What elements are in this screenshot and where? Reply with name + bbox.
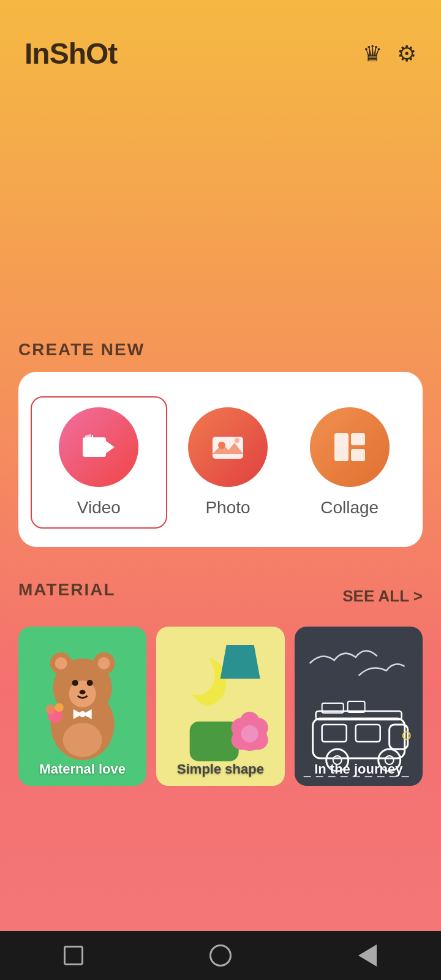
maternal-love-card[interactable]: Maternal love (18, 627, 146, 786)
photo-label: Photo (205, 498, 250, 518)
svg-rect-0 (83, 437, 106, 457)
collage-circle (310, 407, 390, 487)
in-the-journey-label: In the journey (295, 761, 423, 777)
header-icons: ♛ ⚙ (363, 41, 417, 67)
svg-point-25 (46, 704, 56, 714)
svg-rect-39 (322, 725, 346, 742)
create-video-item[interactable]: Video (31, 396, 167, 529)
nav-circle-icon (209, 944, 232, 967)
create-new-card: Video Photo Col (18, 372, 423, 547)
material-header: MATERIAL SEE ALL > (18, 580, 423, 612)
nav-bar (0, 931, 441, 980)
create-new-section: CREATE NEW Video (0, 340, 441, 562)
video-label: Video (77, 498, 121, 518)
video-icon (80, 429, 117, 466)
svg-point-27 (63, 723, 102, 757)
hero-area (0, 83, 441, 340)
see-all-button[interactable]: SEE ALL > (342, 587, 423, 606)
in-the-journey-card[interactable]: In the journey (295, 627, 423, 786)
nav-triangle-icon (358, 944, 377, 967)
video-circle (59, 407, 138, 487)
material-grid: Maternal love Simple shape (18, 627, 423, 786)
material-label: MATERIAL (18, 580, 116, 600)
svg-marker-28 (221, 645, 260, 679)
settings-icon[interactable]: ⚙ (397, 41, 417, 67)
svg-point-19 (87, 680, 93, 686)
simple-shape-card[interactable]: Simple shape (156, 627, 284, 786)
nav-back-button[interactable] (352, 940, 383, 971)
svg-rect-8 (334, 433, 349, 461)
photo-icon (209, 428, 247, 466)
simple-shape-label: Simple shape (156, 761, 284, 777)
svg-point-20 (80, 690, 86, 695)
nav-square-button[interactable] (58, 940, 89, 971)
svg-point-23 (80, 711, 86, 717)
svg-point-36 (241, 725, 258, 742)
create-photo-item[interactable]: Photo (167, 407, 289, 518)
svg-point-14 (55, 657, 67, 669)
material-section: MATERIAL SEE ALL > (0, 562, 441, 786)
collage-icon (331, 428, 369, 466)
app-logo: InShOt (24, 37, 117, 70)
create-collage-item[interactable]: Collage (288, 407, 410, 518)
svg-rect-29 (190, 722, 239, 761)
collage-label: Collage (320, 498, 379, 518)
nav-home-button[interactable] (205, 940, 236, 971)
svg-point-26 (55, 703, 64, 712)
crown-icon[interactable]: ♛ (363, 41, 382, 67)
svg-rect-10 (351, 449, 365, 461)
nav-square-icon (64, 946, 83, 965)
svg-marker-1 (106, 441, 115, 453)
svg-rect-40 (355, 725, 380, 742)
header: InShOt ♛ ⚙ (0, 0, 441, 83)
svg-rect-9 (351, 433, 365, 445)
photo-circle (188, 407, 268, 487)
svg-point-18 (72, 680, 78, 686)
maternal-love-label: Maternal love (18, 761, 146, 777)
create-new-label: CREATE NEW (18, 340, 423, 360)
svg-point-16 (98, 657, 110, 669)
svg-point-7 (235, 438, 239, 443)
